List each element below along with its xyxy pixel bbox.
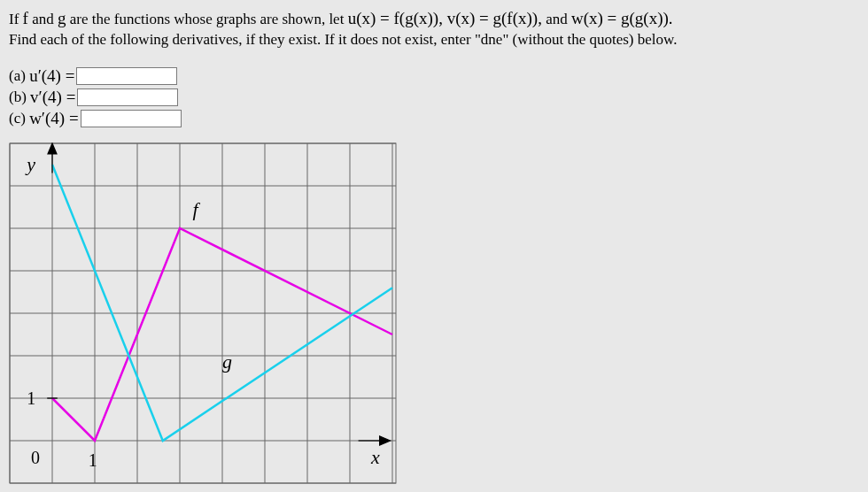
answer-a-input[interactable]	[76, 67, 177, 85]
answer-a-label: (a)	[9, 67, 29, 85]
prompt-text: are the functions whose graphs are shown…	[66, 11, 347, 27]
answer-c-label: (c)	[9, 110, 29, 127]
y-axis-label: y	[25, 153, 35, 175]
prompt-text: If	[9, 11, 23, 27]
problem-prompt: If f and g are the functions whose graph…	[9, 7, 859, 50]
answers-block: (a) u′(4) = (b) v′(4) = (c) w′(4) =	[9, 66, 859, 128]
prompt-text: and	[28, 11, 58, 27]
y-axis-arrowhead	[48, 143, 57, 154]
answer-c-math: w′(4) =	[29, 109, 79, 128]
x-tick-1: 1	[89, 450, 97, 470]
x-axis-arrowhead	[380, 436, 391, 445]
answer-b-input[interactable]	[77, 88, 178, 106]
chart-svg: yx011fg	[9, 142, 397, 484]
series-f-label: f	[192, 197, 200, 219]
answer-c-input[interactable]	[81, 110, 182, 127]
answer-a-math: u′(4) =	[29, 66, 74, 86]
answer-b-math: v′(4) =	[30, 88, 75, 107]
answer-c-row: (c) w′(4) =	[9, 109, 859, 128]
y-tick-1: 1	[27, 388, 35, 408]
prompt-wx: w(x) = g(g(x)).	[571, 9, 673, 27]
prompt-line2: Find each of the following derivatives, …	[9, 31, 677, 48]
series-g-label: g	[222, 350, 232, 373]
x-axis-label: x	[370, 446, 380, 468]
prompt-ux: u(x) = f(g(x)), v(x) = g(f(x)),	[348, 9, 542, 27]
answer-b-row: (b) v′(4) =	[9, 88, 859, 107]
answer-b-label: (b)	[9, 88, 30, 106]
chart-container: yx011fg	[9, 142, 859, 488]
page-root: If f and g are the functions whose graph…	[0, 0, 868, 492]
chart-grid	[10, 143, 396, 483]
prompt-text: and	[542, 11, 571, 27]
answer-a-row: (a) u′(4) =	[9, 66, 859, 86]
origin-label: 0	[31, 448, 40, 467]
